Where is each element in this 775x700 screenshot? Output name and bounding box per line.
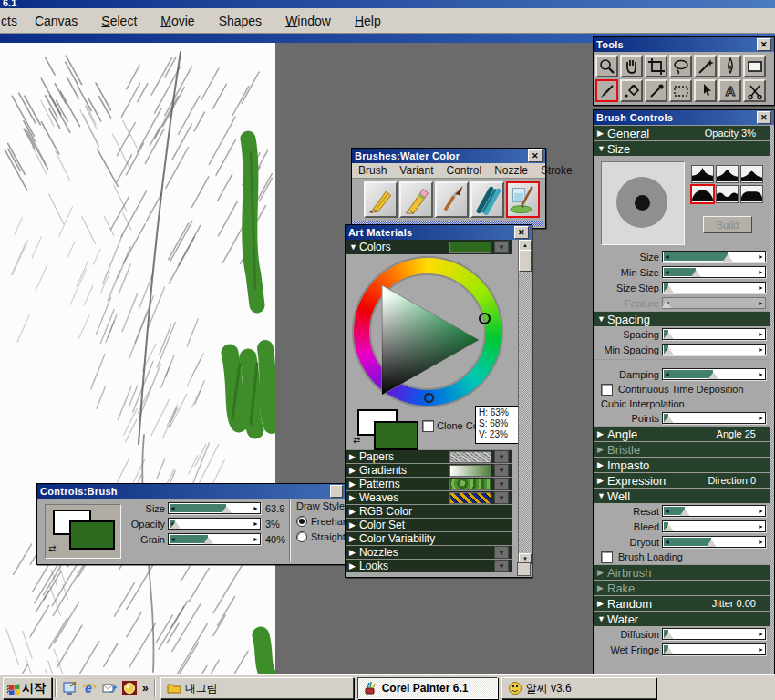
start-button[interactable]: 시작 <box>3 677 52 699</box>
slider-right-arrow-icon[interactable]: ► <box>758 252 764 262</box>
quill-pen-tool[interactable] <box>718 55 741 77</box>
slider-right-arrow-icon[interactable]: ► <box>758 369 764 379</box>
slider-track[interactable]: ◄► <box>662 412 766 424</box>
slider-left-arrow-icon[interactable]: ◄ <box>664 369 670 379</box>
slider-track[interactable]: ◄► <box>168 518 261 530</box>
slider-right-arrow-icon[interactable]: ► <box>253 503 259 513</box>
brush-variant-eraser[interactable] <box>399 181 433 218</box>
section-patterns[interactable]: ▶Patterns▼ <box>346 477 512 490</box>
chevron-down-icon[interactable]: ▼ <box>494 464 509 477</box>
slider-track[interactable]: ◄► <box>662 297 766 309</box>
slider-track[interactable]: ◄► <box>662 536 766 548</box>
resize-grip[interactable] <box>517 562 531 576</box>
chevron-down-icon[interactable]: ▼ <box>494 241 509 253</box>
tip-profile-peak-wide[interactable] <box>740 165 763 183</box>
brushes-menu-brush[interactable]: Brush <box>352 164 393 177</box>
chevron-down-icon[interactable]: ▼ <box>494 560 509 572</box>
section-colors[interactable]: ▼ Colors ▼ <box>346 240 512 254</box>
art-materials-titlebar[interactable]: Art Materials ✕ <box>346 225 532 240</box>
slider-right-arrow-icon[interactable]: ► <box>253 534 259 544</box>
shape-select-tool[interactable] <box>694 79 717 102</box>
color-wheel[interactable] <box>346 254 519 407</box>
section-water[interactable]: ▼Water <box>594 611 774 626</box>
magnifier-tool[interactable] <box>595 55 618 77</box>
slider-right-arrow-icon[interactable]: ► <box>758 413 764 423</box>
brush-controls-titlebar[interactable]: Brush Controls ✕ <box>594 110 774 125</box>
slider-track[interactable]: ◄► <box>662 505 766 517</box>
section-angle[interactable]: ▶AngleAngle 25 <box>594 426 774 441</box>
scrollbar-thumb[interactable] <box>519 250 532 272</box>
build-button[interactable]: Build <box>703 216 752 233</box>
palette-options-icon[interactable] <box>330 485 343 498</box>
sv-marker[interactable] <box>424 393 434 403</box>
section-well[interactable]: ▼Well <box>594 488 774 503</box>
menu-item-help[interactable]: Help <box>343 14 393 28</box>
chevron-down-icon[interactable]: ▼ <box>494 546 509 559</box>
section-rgb-color[interactable]: ▶RGB Color <box>346 504 512 518</box>
slider-left-arrow-icon[interactable]: ◄ <box>664 537 670 547</box>
menu-item-canvas[interactable]: Canvas <box>23 14 89 28</box>
brush-variant-water-color[interactable] <box>506 181 540 218</box>
section-airbrush[interactable]: ▶Airbrush <box>594 564 774 580</box>
brushes-menu-control[interactable]: Control <box>440 164 489 177</box>
slider-track[interactable]: ◄► <box>662 520 766 532</box>
slider-track[interactable]: ◄► <box>662 266 766 278</box>
pen-tool[interactable] <box>694 55 717 77</box>
slider-right-arrow-icon[interactable]: ► <box>758 345 764 355</box>
slider-left-arrow-icon[interactable]: ◄ <box>664 506 670 516</box>
dropper-tool[interactable] <box>645 79 667 102</box>
taskbar-button-2[interactable]: Corel Painter 6.1 <box>357 677 498 699</box>
brush-tool[interactable] <box>595 79 618 102</box>
section-random[interactable]: ▶RandomJitter 0.00 <box>594 595 774 611</box>
show-desktop-icon[interactable] <box>60 679 78 697</box>
checkbox-continuous-time-deposition[interactable]: Continuous Time Deposition <box>594 382 774 396</box>
alsee-ball-icon[interactable] <box>120 679 139 697</box>
brush-controls-scrollbar[interactable] <box>770 125 774 700</box>
slider-track[interactable]: ◄► <box>662 643 766 655</box>
tip-profile-flat-top[interactable] <box>740 185 763 203</box>
section-gradients[interactable]: ▶Gradients▼ <box>346 463 512 477</box>
chevron-down-icon[interactable]: ▼ <box>494 450 509 463</box>
paint-bucket-tool[interactable] <box>620 79 643 102</box>
slider-right-arrow-icon[interactable]: ► <box>758 283 764 293</box>
back-color-swatch[interactable] <box>374 421 418 450</box>
slider-right-arrow-icon[interactable]: ► <box>758 521 764 531</box>
taskbar-button-3[interactable]: 알씨 v3.6 <box>501 677 656 699</box>
grabber-tool[interactable] <box>620 55 643 77</box>
brushes-menu-nozzle[interactable]: Nozzle <box>488 164 534 177</box>
taskbar-button-1[interactable]: 내그림 <box>160 677 354 699</box>
brush-variant-brush[interactable] <box>435 181 469 218</box>
slider-left-arrow-icon[interactable]: ◄ <box>170 534 176 544</box>
chevron-more-icon[interactable]: » <box>142 682 149 695</box>
crop-tool[interactable] <box>645 55 667 77</box>
radio-button[interactable] <box>296 516 307 527</box>
document-canvas[interactable] <box>0 43 275 674</box>
outlook-express-icon[interactable] <box>100 679 119 697</box>
art-materials-scrollbar[interactable]: ▲ ▼ <box>518 240 531 564</box>
menu-item-movie[interactable]: Movie <box>149 14 206 28</box>
controls-brush-titlebar[interactable]: Controls:Brush <box>37 484 346 499</box>
section-weaves[interactable]: ▶Weaves▼ <box>346 490 512 504</box>
sv-triangle[interactable] <box>377 282 484 398</box>
slider-right-arrow-icon[interactable]: ► <box>758 267 764 277</box>
lasso-tool[interactable] <box>669 55 692 77</box>
section-expression[interactable]: ▶ExpressionDirection 0 <box>594 472 774 488</box>
slider-right-arrow-icon[interactable]: ► <box>758 629 764 639</box>
brushes-palette-titlebar[interactable]: Brushes:Water Color ✕ <box>352 149 545 163</box>
slider-left-arrow-icon[interactable]: ◄ <box>664 252 670 262</box>
back-color-swatch[interactable] <box>69 520 115 550</box>
slider-track[interactable]: ◄► <box>662 328 766 340</box>
slider-right-arrow-icon[interactable]: ► <box>758 506 764 516</box>
radio-button[interactable] <box>296 531 307 542</box>
slider-left-arrow-icon[interactable]: ◄ <box>664 267 670 277</box>
brushes-menu-variant[interactable]: Variant <box>393 164 439 177</box>
close-icon[interactable]: ✕ <box>514 226 529 239</box>
brushes-menu-stroke[interactable]: Stroke <box>534 164 579 177</box>
slider-track[interactable]: ◄► <box>662 251 766 262</box>
slider-right-arrow-icon[interactable]: ► <box>758 644 764 654</box>
brush-variant-felt-pens[interactable] <box>470 181 504 218</box>
slider-track[interactable]: ◄► <box>662 368 766 380</box>
tip-profile-dip[interactable] <box>716 185 739 203</box>
slider-track[interactable]: ◄► <box>168 533 261 545</box>
tools-palette-titlebar[interactable]: Tools ✕ <box>594 37 774 52</box>
